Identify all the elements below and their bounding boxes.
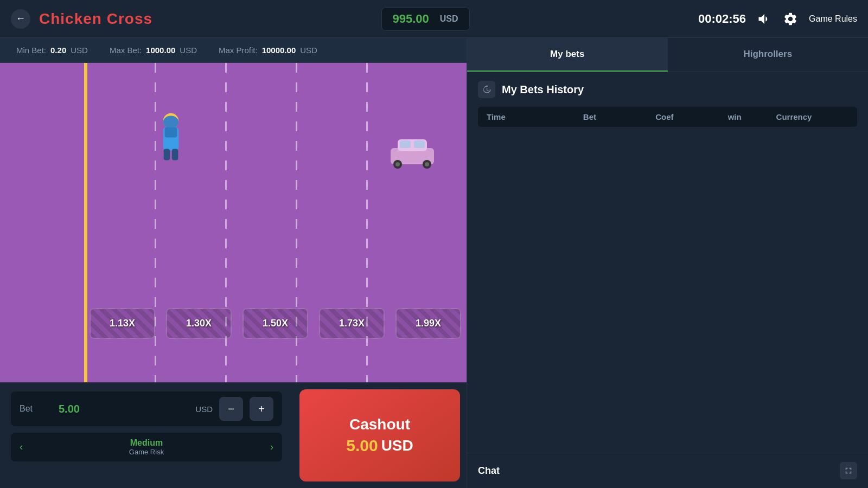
risk-level-label: Medium [27,438,266,448]
multiplier-5: 1.99X [395,308,461,339]
col-win: win [728,112,776,121]
chat-label: Chat [478,465,834,477]
risk-next-button[interactable]: › [270,441,273,453]
back-button[interactable]: ← [11,9,30,29]
col-time: Time [487,112,583,121]
history-icon [478,81,495,98]
col-bet: Bet [583,112,655,121]
game-rules-label: Game Rules [809,14,857,24]
bet-amount-row: Bet 5.00 USD − + [11,391,282,426]
max-profit-label: Max Profit: [219,46,258,55]
tab-highrollers[interactable]: Highrollers [668,38,869,72]
multiplier-4: 1.73X [319,308,385,339]
bet-currency-display: USD [195,404,213,414]
tab-my-bets[interactable]: My bets [467,38,668,72]
game-area: 🌿 ✖ 💣 [0,63,467,382]
back-icon: ← [16,13,25,24]
max-bet-label: Max Bet: [110,46,142,55]
left-panel: Min Bet: 0.20 USD Max Bet: 1000.00 USD M… [0,38,467,488]
car-obstacle [388,136,431,163]
history-section: My Bets History Time Bet Coef win Curren… [467,72,868,453]
svg-point-19 [425,162,429,166]
cashout-panel: Cashout 5.00 USD [293,383,467,488]
bet-info-bar: Min Bet: 0.20 USD Max Bet: 1000.00 USD M… [0,38,467,63]
bet-increase-button[interactable]: + [250,397,273,421]
bet-label: Bet [20,404,52,414]
cashout-label: Cashout [349,416,410,433]
min-bet-value: 0.20 [50,46,66,55]
player-character [155,112,187,166]
max-bet-value: 1000.00 [146,46,175,55]
svg-point-7 [163,116,179,129]
bet-value-display: 5.00 [59,403,189,415]
game-title: Chicken Cross [39,10,152,28]
max-profit-info: Max Profit: 10000.00 USD [219,46,317,55]
svg-rect-10 [164,149,170,160]
main-content: Min Bet: 0.20 USD Max Bet: 1000.00 USD M… [0,38,868,488]
max-profit-currency: USD [300,46,317,55]
balance-display: 995.00 USD [381,7,470,31]
multiplier-3: 1.50X [242,308,308,339]
min-bet-info: Min Bet: 0.20 USD [16,46,88,55]
bet-decrease-button[interactable]: − [219,397,243,421]
cashout-button[interactable]: Cashout 5.00 USD [299,389,460,481]
svg-rect-11 [172,149,178,160]
history-title: My Bets History [502,84,584,96]
bottom-controls: Bet 5.00 USD − + ‹ Medium Game Risk › [0,382,467,488]
max-bet-info: Max Bet: 1000.00 USD [110,46,197,55]
cashout-value: 5.00 [346,436,378,455]
col-currency: Currency [776,112,848,121]
header-right: 00:02:56 Game Rules [698,11,857,27]
history-header: My Bets History [478,81,857,98]
tabs-row: My bets Highrollers [467,38,868,72]
sound-button[interactable] [757,11,772,27]
header-left: ← Chicken Cross [11,9,152,29]
balance-currency: USD [440,14,458,24]
settings-icon [783,11,798,27]
multiplier-1: 1.13X [90,308,155,339]
cashout-amount-display: 5.00 USD [346,436,413,455]
table-header: Time Bet Coef win Currency [478,107,857,127]
min-bet-currency: USD [71,46,88,55]
game-timer: 00:02:56 [698,12,746,26]
sound-icon [757,11,772,27]
col-coef: Coef [655,112,727,121]
chat-expand-button[interactable] [840,462,857,479]
svg-rect-15 [414,140,425,148]
svg-rect-14 [400,140,411,148]
settings-button[interactable] [783,11,798,27]
risk-info: Medium Game Risk [27,438,266,456]
svg-point-17 [395,162,400,166]
cashout-currency: USD [381,437,413,454]
balance-amount: 995.00 [393,12,429,26]
right-panel: My bets Highrollers My Bets History Time… [467,38,868,488]
risk-prev-button[interactable]: ‹ [20,441,23,453]
max-profit-value: 10000.00 [262,46,296,55]
chat-section: Chat [467,453,868,488]
svg-rect-9 [165,127,177,138]
max-bet-currency: USD [180,46,197,55]
game-risk-sublabel: Game Risk [27,448,266,456]
multiplier-2: 1.30X [166,308,232,339]
multipliers-row: 1.13X 1.30X 1.50X 1.73X 1.99X [84,308,467,339]
min-bet-label: Min Bet: [16,46,46,55]
expand-icon [844,466,853,476]
risk-row: ‹ Medium Game Risk › [11,433,282,461]
history-empty-area [478,129,857,444]
header: ← Chicken Cross 995.00 USD 00:02:56 Game… [0,0,868,38]
bet-panel: Bet 5.00 USD − + ‹ Medium Game Risk › [0,383,293,488]
game-rules-button[interactable]: Game Rules [809,14,857,24]
